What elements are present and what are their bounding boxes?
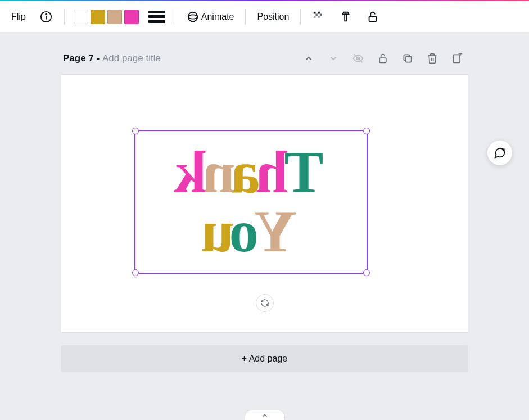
list-style-icon[interactable]	[146, 6, 168, 28]
toolbar-divider	[300, 9, 301, 25]
lock-icon[interactable]	[361, 6, 384, 28]
svg-rect-5	[314, 11, 316, 13]
transparency-icon[interactable]	[308, 6, 330, 28]
delete-page-icon[interactable]	[423, 49, 441, 67]
text-element[interactable]: Thank You	[135, 131, 367, 273]
add-page-icon[interactable]	[448, 49, 466, 67]
toolbar-divider	[245, 9, 246, 25]
selection-box[interactable]: Thank You	[134, 130, 368, 274]
flip-label: Flip	[11, 12, 26, 22]
add-page-button[interactable]: + Add page	[61, 345, 468, 372]
resize-handle-sw[interactable]	[132, 269, 139, 276]
lock-page-icon[interactable]	[374, 49, 392, 67]
duplicate-page-icon[interactable]	[399, 49, 417, 67]
position-button[interactable]: Position	[252, 6, 293, 28]
svg-rect-17	[453, 55, 460, 62]
color-swatch-group	[71, 10, 141, 24]
svg-rect-16	[406, 57, 412, 62]
color-swatch-tan[interactable]	[107, 10, 122, 24]
workspace: Page 7 - Add page title	[0, 33, 529, 372]
info-icon[interactable]	[35, 6, 57, 28]
resize-handle-ne[interactable]	[363, 128, 370, 134]
svg-rect-10	[318, 16, 320, 18]
page-actions	[300, 49, 466, 67]
svg-point-4	[188, 15, 198, 19]
canvas[interactable]: Thank You	[61, 74, 468, 333]
rotate-handle[interactable]	[256, 294, 274, 312]
resize-handle-nw[interactable]	[132, 128, 139, 134]
svg-rect-15	[379, 58, 386, 62]
page-number-label: Page 7 -	[63, 53, 102, 64]
visibility-icon[interactable]	[349, 49, 367, 67]
svg-rect-7	[316, 13, 318, 16]
position-label: Position	[257, 12, 289, 22]
svg-rect-11	[345, 14, 347, 21]
svg-rect-12	[369, 16, 377, 21]
animate-button[interactable]: Animate	[182, 6, 239, 28]
comment-fab[interactable]	[487, 141, 512, 165]
page-title[interactable]: Page 7 - Add page title	[63, 53, 161, 64]
animate-label: Animate	[201, 12, 234, 22]
svg-rect-6	[318, 11, 320, 13]
svg-rect-8	[320, 13, 322, 16]
text-line-2: You	[205, 202, 297, 261]
svg-point-2	[46, 13, 47, 15]
color-swatch-teal[interactable]	[74, 10, 88, 24]
color-swatch-pink[interactable]	[124, 10, 139, 24]
toolbar-divider	[64, 9, 65, 25]
text-line-1: Thank	[179, 143, 324, 202]
top-toolbar: Flip Animate Position	[0, 1, 529, 33]
color-swatch-mustard[interactable]	[91, 10, 105, 24]
move-down-icon[interactable]	[324, 49, 342, 67]
flip-button[interactable]: Flip	[7, 6, 30, 28]
copy-style-icon[interactable]	[334, 6, 357, 28]
toolbar-divider	[175, 9, 175, 25]
svg-rect-9	[314, 16, 316, 18]
svg-point-3	[188, 12, 198, 21]
animate-icon	[187, 11, 199, 23]
resize-handle-se[interactable]	[363, 269, 370, 276]
move-up-icon[interactable]	[300, 49, 318, 67]
expand-pages-tab[interactable]	[245, 410, 285, 420]
page-title-placeholder: Add page title	[102, 53, 161, 64]
page-header: Page 7 - Add page title	[61, 49, 468, 67]
